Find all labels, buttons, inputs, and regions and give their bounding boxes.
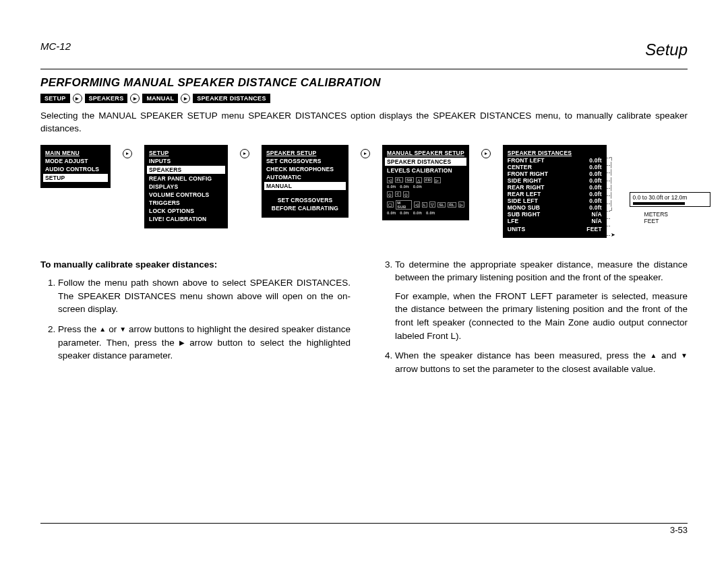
sd-label: UNITS xyxy=(508,226,526,232)
unit-option: FEET xyxy=(644,218,710,224)
sd-label: FRONT RIGHT xyxy=(508,170,548,177)
arrow-up-icon: ▲ xyxy=(99,325,106,335)
menu-item-selected: SETUP xyxy=(43,174,108,182)
menu-manual-speaker-setup: MANUAL SPEAKER SETUP SPEAKER DISTANCES L… xyxy=(382,145,469,220)
menu-title: MANUAL SPEAKER SETUP xyxy=(387,149,464,157)
intro-text: Selecting the MANUAL SPEAKER SETUP menu … xyxy=(40,110,688,135)
sd-value: N/A xyxy=(592,218,602,224)
sd-label: REAR LEFT xyxy=(508,191,541,197)
sd-label: SIDE LEFT xyxy=(508,197,538,204)
menu-item: AUTOMATIC xyxy=(266,173,344,181)
right-column: To determine the appropriate speaker dis… xyxy=(377,258,688,383)
arrow-up-icon: ▲ xyxy=(650,351,657,361)
sd-label: MONO SUB xyxy=(508,204,540,211)
menu-item: LIVE! CALIBRATION xyxy=(149,215,223,223)
breadcrumb: SETUP ▸ SPEAKERS ▸ MANUAL ▸ SPEAKER DIST… xyxy=(40,94,688,103)
arrow-right-icon: ▶ xyxy=(179,338,185,348)
menu-item: LOCK OPTIONS xyxy=(149,207,223,215)
sd-label: SIDE RIGHT xyxy=(508,177,542,184)
step-2: Press the ▲ or ▼ arrow buttons to highli… xyxy=(58,323,351,363)
menu-speaker-setup: SPEAKER SETUP SET CROSSOVERS CHECK MICRO… xyxy=(262,145,348,218)
menu-title: SPEAKER SETUP xyxy=(266,149,344,157)
menu-item: TRIGGERS xyxy=(149,199,223,207)
sd-value: 0.0ft xyxy=(589,170,601,177)
sd-label: REAR RIGHT xyxy=(508,184,545,191)
bc-setup: SETUP xyxy=(40,94,70,103)
distance-annotation-dashes: - -┐ - -│ - -│ - -│ - -│ - -│ - -│ - -┘ … xyxy=(607,145,615,238)
header-rule xyxy=(40,69,688,69)
step-4: When the speaker distance has been measu… xyxy=(395,349,688,375)
menu-item-selected: SPEAKER DISTANCES xyxy=(385,158,466,166)
arrow-down-icon: ▼ xyxy=(681,351,688,361)
sd-value: 0.0ft xyxy=(589,157,601,164)
chevron-right-icon: ▸ xyxy=(361,149,370,158)
sd-label: LFE xyxy=(508,218,519,224)
menu-main: MAIN MENU MODE ADJUST AUDIO CONTROLS SET… xyxy=(40,145,111,188)
range-text: 0.0 to 30.0ft or 12.0m xyxy=(633,194,707,201)
menu-path-diagram: MAIN MENU MODE ADJUST AUDIO CONTROLS SET… xyxy=(40,145,688,238)
range-bar xyxy=(633,202,685,205)
chevron-right-icon: ▸ xyxy=(73,94,82,103)
bc-speaker-distances: SPEAKER DISTANCES xyxy=(193,94,270,103)
menu-item: AUDIO CONTROLS xyxy=(45,165,106,173)
menu-item: MODE ADJUST xyxy=(45,157,106,165)
sd-label: SUB RIGHT xyxy=(508,211,541,218)
range-note: 0.0 to 30.0ft or 12.0m xyxy=(630,192,710,207)
doc-section: Setup xyxy=(645,40,688,59)
sd-label: FRONT LEFT xyxy=(508,157,545,164)
menu-footer: SET CROSSOVERS xyxy=(266,196,344,204)
sd-value: 0.0ft xyxy=(589,177,601,184)
menu-speaker-distances: SPEAKER DISTANCES FRONT LEFT0.0ft CENTER… xyxy=(503,145,607,238)
page-title: PERFORMING MANUAL SPEAKER DISTANCE CALIB… xyxy=(40,76,688,90)
chevron-right-icon: ▸ xyxy=(181,94,190,103)
menu-setup: SETUP INPUTS SPEAKERS REAR PANEL CONFIG … xyxy=(144,145,228,228)
sd-value: 0.0ft xyxy=(589,184,601,191)
sd-label: CENTER xyxy=(508,164,532,170)
sd-value: N/A xyxy=(592,211,602,218)
sd-value: 0.0ft xyxy=(589,164,601,170)
speaker-dist-row: 0.0ft 0.0ft 0.0ft xyxy=(387,185,464,189)
speaker-layout-icons: ◁FL SB△ FR▷ xyxy=(387,177,464,183)
menu-title: SETUP xyxy=(149,149,223,157)
sd-value: 0.0ft xyxy=(589,204,601,211)
menu-item: DISPLAYS xyxy=(149,183,223,191)
menu-item: CHECK MICROPHONES xyxy=(266,165,344,173)
doc-model: MC-12 xyxy=(40,40,71,59)
chevron-right-icon: ▸ xyxy=(481,149,491,158)
step-3-example: For example, when the FRONT LEFT paramet… xyxy=(395,290,688,342)
sd-value: 0.0ft xyxy=(589,197,601,204)
menu-item: INPUTS xyxy=(149,157,223,165)
page-number: 3-53 xyxy=(670,525,688,535)
units-options: METERS FEET xyxy=(644,211,710,224)
instructions-heading: To manually calibrate speaker distances: xyxy=(40,258,351,272)
step-3: To determine the appropriate speaker dis… xyxy=(395,258,688,342)
page-footer: 3-53 xyxy=(40,523,688,535)
chevron-right-icon: ▸ xyxy=(240,149,249,158)
speaker-layout-icons: ◇C◇ xyxy=(387,191,464,197)
menu-item: SET CROSSOVERS xyxy=(266,157,344,165)
speaker-layout-icons: ▢M SUB ◁L ▽SL RL▷ xyxy=(387,200,464,210)
menu-item-selected: MANUAL xyxy=(264,182,346,190)
sd-value: FEET xyxy=(586,226,602,232)
menu-title: MAIN MENU xyxy=(45,149,106,157)
sd-value: 0.0ft xyxy=(589,191,601,197)
menu-item: LEVELS CALIBRATION xyxy=(387,166,464,175)
arrow-down-icon: ▼ xyxy=(119,325,126,335)
menu-item: REAR PANEL CONFIG xyxy=(149,175,223,183)
chevron-right-icon: ▸ xyxy=(130,94,140,103)
bc-manual: MANUAL xyxy=(142,94,178,103)
chevron-right-icon: ▸ xyxy=(123,149,132,158)
menu-item: VOLUME CONTROLS xyxy=(149,191,223,199)
speaker-dist-row: 0.0ft 0.0ft 0.0ft 0.0ft xyxy=(387,211,464,215)
step-1: Follow the menu path shown above to sele… xyxy=(58,276,351,316)
menu-footer: BEFORE CALIBRATING xyxy=(266,204,344,212)
unit-option: METERS xyxy=(644,211,710,218)
menu-item-selected: SPEAKERS xyxy=(147,166,225,174)
bc-speakers: SPEAKERS xyxy=(85,94,128,103)
left-column: To manually calibrate speaker distances:… xyxy=(40,258,351,383)
menu-title: SPEAKER DISTANCES xyxy=(508,149,602,157)
